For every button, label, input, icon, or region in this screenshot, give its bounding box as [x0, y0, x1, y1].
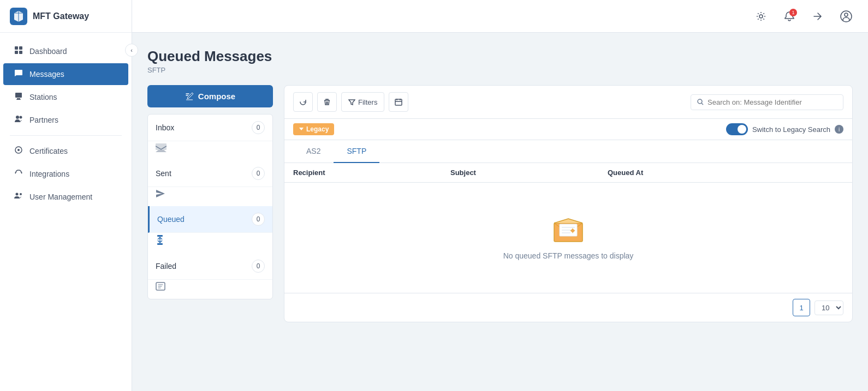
compose-button[interactable]: Compose — [147, 85, 273, 107]
svg-rect-1 — [15, 46, 18, 50]
messages-pagination: 1 10 25 50 — [284, 293, 852, 322]
sidebar-collapse-button[interactable]: ‹ — [125, 44, 138, 57]
legacy-tag[interactable]: Legacy — [293, 123, 334, 135]
svg-point-8 — [16, 116, 19, 119]
folder-item-sent[interactable]: Sent 0 — [148, 160, 272, 206]
queued-icon — [148, 233, 272, 253]
queued-count: 0 — [252, 213, 265, 226]
sidebar-item-label-certificates: Certificates — [29, 147, 68, 155]
page-header: Queued Messages SFTP — [147, 48, 853, 74]
nav-divider-1 — [10, 135, 122, 136]
user-management-icon — [13, 191, 24, 202]
info-icon[interactable]: i — [835, 125, 843, 134]
sidebar-item-integrations[interactable]: Integrations — [3, 163, 128, 185]
messages-toolbar: Filters — [284, 86, 852, 119]
inbox-count: 0 — [252, 121, 265, 134]
svg-point-12 — [16, 193, 19, 196]
sidebar-item-certificates[interactable]: Certificates — [3, 140, 128, 162]
folder-item-queued[interactable]: Queued 0 — [148, 206, 272, 253]
filters-label: Filters — [358, 98, 377, 106]
stations-icon — [13, 92, 24, 103]
failed-icon — [148, 280, 272, 299]
messages-icon — [13, 69, 24, 80]
app-name: MFT Gateway — [33, 11, 89, 21]
topbar: 1 — [132, 0, 868, 33]
sidebar-item-messages[interactable]: Messages — [3, 63, 128, 85]
filters-button[interactable]: Filters — [341, 92, 384, 112]
messages-tabs: AS2 SFTP — [284, 140, 852, 163]
col-recipient: Recipient — [293, 169, 450, 177]
svg-rect-20 — [395, 99, 402, 105]
app-logo-icon — [10, 8, 27, 25]
search-icon — [697, 98, 704, 106]
table-header: Recipient Subject Queued At — [284, 163, 852, 183]
sidebar-item-partners[interactable]: Partners — [3, 109, 128, 131]
sent-count: 0 — [252, 167, 265, 180]
sidebar-item-label-stations: Stations — [29, 93, 57, 101]
empty-envelope-icon — [552, 215, 585, 243]
search-input[interactable] — [708, 98, 837, 106]
certificates-icon — [13, 146, 24, 157]
folder-item-inbox[interactable]: Inbox 0 — [148, 115, 272, 160]
legacy-toggle-switch[interactable] — [726, 123, 748, 135]
sidebar-item-label-messages: Messages — [29, 70, 64, 79]
tab-as2[interactable]: AS2 — [293, 140, 334, 163]
svg-rect-3 — [15, 51, 18, 54]
compose-label: Compose — [198, 92, 235, 101]
toggle-knob — [738, 125, 746, 134]
svg-point-16 — [845, 13, 848, 16]
svg-point-9 — [20, 116, 22, 119]
svg-rect-5 — [15, 93, 22, 98]
content-panel: Queued Messages SFTP Compose — [132, 33, 868, 391]
svg-rect-6 — [17, 98, 20, 99]
failed-label: Failed — [156, 262, 252, 270]
col-queued-at: Queued At — [608, 169, 843, 177]
svg-point-14 — [759, 15, 763, 18]
notifications-icon-button[interactable]: 1 — [781, 8, 798, 25]
notification-badge: 1 — [789, 9, 797, 16]
sidebar-item-label-dashboard: Dashboard — [29, 47, 67, 56]
page-subtitle: SFTP — [147, 66, 853, 74]
messages-table: No queued SFTP messages to display — [284, 183, 852, 293]
svg-rect-2 — [19, 46, 22, 50]
legacy-tag-label: Legacy — [306, 125, 329, 133]
sidebar-item-label-partners: Partners — [29, 116, 58, 124]
sidebar-item-user-management[interactable]: User Management — [3, 186, 128, 208]
tab-sftp[interactable]: SFTP — [334, 140, 379, 163]
settings-icon-button[interactable] — [752, 8, 770, 25]
messages-right-panel: Filters — [284, 85, 853, 322]
sidebar-item-label-user-management: User Management — [29, 193, 92, 201]
svg-point-21 — [698, 99, 702, 104]
sent-label: Sent — [156, 169, 252, 178]
launch-icon-button[interactable] — [809, 8, 827, 25]
legacy-search-toggle: Switch to Legacy Search i — [726, 123, 843, 135]
refresh-button[interactable] — [293, 92, 313, 112]
inbox-icon — [148, 141, 272, 160]
sidebar: MFT Gateway Dashboard Messages Stations — [0, 0, 132, 391]
svg-rect-17 — [157, 235, 163, 237]
folder-item-failed[interactable]: Failed 0 — [148, 253, 272, 299]
empty-message: No queued SFTP messages to display — [503, 251, 634, 260]
sidebar-item-stations[interactable]: Stations — [3, 86, 128, 108]
folder-list: Inbox 0 Sent 0 — [147, 114, 273, 299]
page-number-1[interactable]: 1 — [793, 299, 810, 316]
svg-rect-7 — [16, 99, 21, 100]
sent-icon — [148, 187, 272, 206]
svg-point-13 — [20, 193, 22, 195]
sidebar-item-label-integrations: Integrations — [29, 170, 69, 178]
dashboard-icon — [13, 46, 24, 57]
failed-count: 0 — [252, 260, 265, 273]
messages-layout: Compose Inbox 0 — [147, 85, 853, 322]
page-size-select[interactable]: 10 25 50 — [815, 300, 843, 315]
sidebar-item-dashboard[interactable]: Dashboard — [3, 40, 128, 62]
partners-icon — [13, 115, 24, 125]
main-content: 1 Queued M — [132, 0, 868, 391]
sidebar-nav: Dashboard Messages Stations Partners — [0, 33, 132, 391]
delete-button[interactable] — [317, 92, 337, 112]
queued-label: Queued — [157, 215, 252, 224]
calendar-button[interactable] — [389, 92, 408, 112]
table-empty-state: No queued SFTP messages to display — [284, 183, 852, 293]
topbar-icons: 1 — [752, 8, 855, 25]
search-box — [691, 94, 843, 110]
user-avatar-button[interactable] — [837, 8, 855, 25]
